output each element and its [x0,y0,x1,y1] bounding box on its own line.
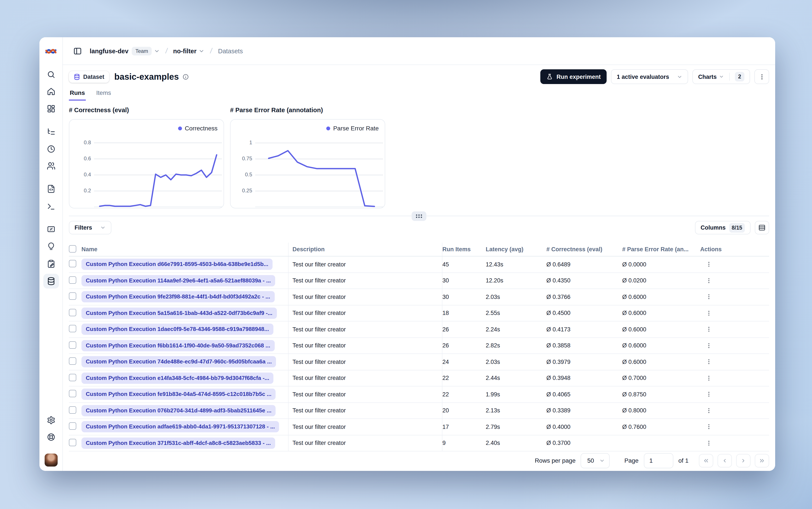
search-icon[interactable] [43,67,59,82]
row-actions-menu[interactable] [704,292,714,302]
col-header-parse-error[interactable]: # Parse Error Rate (an... [622,246,700,252]
run-name-link[interactable]: Custom Python Execution fe91b83e-04a5-47… [81,389,276,400]
table-row[interactable]: Custom Python Execution e14fa348-5cfc-49… [69,370,769,386]
row-height-button[interactable] [755,221,769,234]
run-name-link[interactable]: Custom Python Execution adfae619-abb0-4d… [81,421,279,433]
run-name-link[interactable]: Custom Python Execution d66e7991-8595-45… [81,259,273,270]
table-row[interactable]: Custom Python Execution f6bb1614-1f90-40… [69,338,769,354]
breadcrumb-section[interactable]: Datasets [218,47,243,54]
run-items-value: 26 [442,342,486,349]
run-description: Test our filter creator [289,386,442,402]
row-actions-menu[interactable] [704,357,714,367]
run-name-link[interactable]: Custom Python Execution 371f531c-abff-4d… [81,438,275,449]
table-row[interactable]: Custom Python Execution 114aa9ef-29e6-4e… [69,273,769,289]
row-actions-menu[interactable] [704,373,714,383]
row-actions-menu[interactable] [704,405,714,416]
previous-page-button[interactable] [717,454,732,467]
next-page-button[interactable] [736,454,750,467]
active-evaluators-button[interactable]: 1 active evaluators [611,69,688,84]
info-icon[interactable] [182,73,189,80]
rows-per-page-select[interactable]: 50 [581,453,610,468]
run-name-link[interactable]: Custom Python Execution 74de488e-ec9d-47… [81,356,276,368]
tracing-tree-icon[interactable] [43,124,59,139]
table-row[interactable]: Custom Python Execution 74de488e-ec9d-47… [69,354,769,370]
users-icon[interactable] [43,159,59,173]
breadcrumb-org[interactable]: langfuse-dev [90,47,129,54]
col-header-description[interactable]: Description [289,243,442,256]
support-lifebuoy-icon[interactable] [43,430,59,444]
run-name-link[interactable]: Custom Python Execution 1daec0f9-5e78-43… [81,324,273,335]
table-row[interactable]: Custom Python Execution 5a15a616-1bab-44… [69,305,769,321]
sidebar-toggle-icon[interactable] [73,46,82,55]
col-header-correctness[interactable]: # Correctness (eval) [546,246,622,252]
table-row[interactable]: Custom Python Execution 076b2704-341d-48… [69,403,769,419]
kebab-icon [705,375,712,382]
run-name-link[interactable]: Custom Python Execution f6bb1614-1f90-40… [81,340,274,351]
row-checkbox[interactable] [69,439,76,446]
table-row[interactable]: Custom Python Execution d66e7991-8595-45… [69,257,769,273]
run-name-link[interactable]: Custom Python Execution e14fa348-5cfc-49… [81,373,274,384]
run-name-link[interactable]: Custom Python Execution 076b2704-341d-48… [81,405,276,416]
breadcrumb-project[interactable]: no-filter [173,47,197,54]
run-experiment-button[interactable]: Run experiment [541,69,607,84]
select-all-checkbox[interactable] [69,245,76,252]
row-actions-menu[interactable] [704,438,714,448]
col-header-run-items[interactable]: Run Items [442,246,486,252]
page-number-input[interactable] [644,453,673,468]
run-name-link[interactable]: Custom Python Execution 9fe23f98-881e-44… [81,291,274,303]
row-checkbox[interactable] [69,358,76,365]
row-checkbox[interactable] [69,374,76,381]
dashboards-icon[interactable] [43,101,59,116]
run-items-value: 18 [442,310,486,316]
user-avatar[interactable] [44,453,58,467]
row-actions-menu[interactable] [704,422,714,432]
columns-button[interactable]: Columns 8/15 [695,221,750,234]
row-checkbox[interactable] [69,390,76,398]
home-icon[interactable] [43,84,59,99]
langfuse-logo[interactable] [43,44,59,59]
filters-button[interactable]: Filters [69,221,111,234]
table-row[interactable]: Custom Python Execution 371f531c-abff-4d… [69,435,769,451]
first-page-button[interactable] [699,454,713,467]
evals-lightbulb-icon[interactable] [43,239,59,254]
chevron-down-icon[interactable] [199,48,205,54]
table-row[interactable]: Custom Python Execution 9fe23f98-881e-44… [69,289,769,305]
settings-gear-icon[interactable] [43,413,59,428]
prompts-file-code-icon[interactable] [43,181,59,196]
sessions-clock-icon[interactable] [43,142,59,157]
datasets-icon[interactable] [43,274,59,289]
table-row[interactable]: Custom Python Execution adfae619-abb0-4d… [69,419,769,435]
row-checkbox[interactable] [69,276,76,284]
run-description: Test our filter creator [289,273,442,289]
col-header-latency[interactable]: Latency (avg) [486,246,546,252]
row-checkbox[interactable] [69,422,76,430]
run-name-link[interactable]: Custom Python Execution 5a15a616-1bab-44… [81,308,277,319]
tab-items[interactable]: Items [95,89,112,101]
more-actions-button[interactable] [754,69,769,84]
resize-grip-handle[interactable] [412,211,426,221]
row-checkbox[interactable] [69,260,76,268]
table-row[interactable]: Custom Python Execution 1daec0f9-5e78-43… [69,321,769,338]
row-actions-menu[interactable] [704,259,714,270]
chevron-down-icon[interactable] [154,48,160,54]
row-checkbox[interactable] [69,293,76,300]
table-row[interactable]: Custom Python Execution fe91b83e-04a5-47… [69,386,769,403]
row-checkbox[interactable] [69,406,76,414]
scores-percent-icon[interactable] [43,222,59,237]
row-actions-menu[interactable] [704,308,714,318]
correctness-value: Ø 0.3979 [546,359,622,365]
row-checkbox[interactable] [69,309,76,316]
row-actions-menu[interactable] [704,340,714,351]
row-actions-menu[interactable] [704,275,714,286]
row-checkbox[interactable] [69,325,76,333]
row-actions-menu[interactable] [704,389,714,400]
charts-toggle-button[interactable]: Charts 2 [692,69,750,84]
playground-terminal-icon[interactable] [43,199,59,214]
row-checkbox[interactable] [69,341,76,349]
row-actions-menu[interactable] [704,324,714,335]
run-name-link[interactable]: Custom Python Execution 114aa9ef-29e6-4e… [81,275,275,286]
last-page-button[interactable] [755,454,769,467]
tab-runs[interactable]: Runs [69,89,86,101]
col-header-name[interactable]: Name [81,243,289,256]
annotation-clipboard-icon[interactable] [43,257,59,271]
